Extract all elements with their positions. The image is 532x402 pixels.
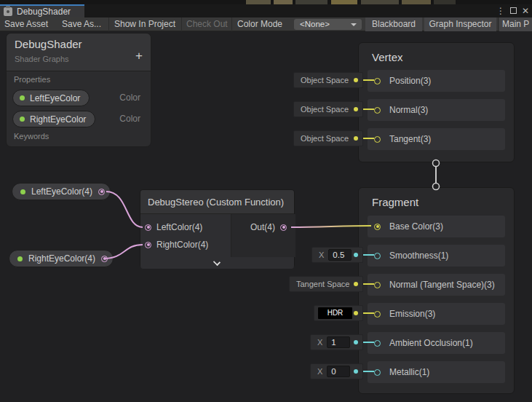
color-mode-label: Color Mode — [237, 17, 282, 31]
property-color-dot-icon — [20, 95, 25, 100]
save-asset-button[interactable]: Save Asset — [4, 17, 48, 31]
normal-ts-input-port[interactable] — [374, 282, 381, 288]
debugstereo-inputs — [140, 214, 231, 257]
toolbar-divider — [498, 17, 499, 31]
check-out-button[interactable]: Check Out — [186, 17, 228, 31]
tab-title: DebugShader — [17, 7, 71, 17]
port-dot-icon — [354, 369, 358, 374]
tangent-input-port[interactable] — [374, 136, 381, 143]
emission-color-widget[interactable]: HDR — [314, 305, 363, 321]
vertex-slot-position[interactable]: Position(3) — [368, 70, 505, 92]
fragment-top-stub[interactable] — [433, 184, 440, 190]
smoothness-value-field[interactable]: 0.5 — [328, 249, 352, 261]
properties-section-label: Properties — [14, 75, 50, 84]
vertex-slot-tangent[interactable]: Tangent(3) — [368, 128, 505, 150]
vertex-node-title: Vertex — [372, 51, 403, 63]
out-output-port[interactable] — [280, 224, 287, 231]
fragment-node-title: Fragment — [372, 196, 418, 208]
fragment-slot-metallic[interactable]: Metallic(1) — [368, 361, 505, 383]
toolbar: Save Asset Save As... Show In Project Ch… — [0, 17, 532, 31]
color-mode-value: <None> — [300, 20, 330, 28]
smoothness-value-widget[interactable]: X 0.5 — [311, 247, 363, 263]
port-dot-icon — [354, 340, 358, 344]
main-preview-toggle-button[interactable]: Main P — [499, 17, 532, 31]
debugstereo-collapse-bar[interactable] — [140, 257, 294, 269]
port-dot-icon — [354, 253, 358, 257]
fragment-slot-normal[interactable]: Normal (Tangent Space)(3) — [368, 274, 505, 296]
normal-space-dropdown-fragment[interactable]: Tangent Space — [289, 276, 363, 292]
fragment-slot-smoothness[interactable]: Smoothness(1) — [368, 245, 505, 267]
metallic-value-field[interactable]: 0 — [327, 366, 350, 377]
metallic-value-widget[interactable]: X 0 — [310, 363, 363, 379]
property-color-dot-icon — [17, 256, 23, 261]
lefteyecolor-output-port[interactable] — [98, 189, 105, 195]
base-color-input-port[interactable] — [374, 224, 381, 230]
property-color-dot-icon — [20, 189, 25, 194]
debugstereo-input-rightcolor[interactable]: RightColor(4) — [145, 240, 208, 250]
blackboard-header: DebugShader Shader Graphs + — [7, 34, 151, 71]
port-dot-icon — [354, 78, 358, 82]
emission-input-port[interactable] — [374, 311, 381, 318]
vertex-slot-normal[interactable]: Normal(3) — [368, 99, 505, 121]
port-dot-icon — [354, 282, 358, 286]
position-space-dropdown[interactable]: Object Space — [293, 72, 363, 88]
toolbar-divider — [181, 17, 182, 31]
keywords-section-label: Keywords — [14, 132, 49, 141]
property-pill-righteyecolor[interactable]: RightEyeColor — [12, 111, 95, 127]
wire-lefteyecolor-to-leftcolor[interactable] — [106, 192, 143, 227]
leftcolor-input-port[interactable] — [145, 224, 151, 231]
maximize-icon[interactable] — [510, 7, 517, 14]
vertex-bottom-stub[interactable] — [433, 160, 440, 167]
color-mode-dropdown[interactable]: <None> — [294, 19, 362, 30]
fragment-master-node[interactable]: Fragment Base Color(3) Smoothness(1) Nor… — [358, 187, 515, 394]
ambient-occlusion-value-field[interactable]: 1 — [327, 336, 350, 348]
dropdown-arrow-icon — [351, 23, 357, 26]
fragment-slot-ambient-occlusion[interactable]: Ambient Occlusion(1) — [368, 332, 505, 354]
property-type-label: Color — [119, 92, 140, 103]
chevron-down-icon — [213, 259, 220, 266]
toolbar-divider — [231, 17, 232, 31]
fragment-slot-emission[interactable]: Emission(3) — [368, 303, 505, 325]
hdr-color-swatch[interactable]: HDR — [318, 307, 352, 319]
lefteyecolor-property-node[interactable]: LeftEyeColor(4) — [12, 183, 111, 200]
ambient-occlusion-value-widget[interactable]: X 1 — [310, 334, 363, 350]
tangent-space-dropdown[interactable]: Object Space — [293, 130, 363, 146]
property-type-label: Color — [119, 114, 140, 124]
property-color-dot-icon — [20, 117, 25, 122]
normal-input-port[interactable] — [374, 107, 381, 114]
debugstereo-node-title: DebugStereo (Custom Function) — [140, 190, 294, 214]
debugstereo-input-leftcolor[interactable]: LeftColor(4) — [145, 222, 202, 232]
fragment-slot-base-color[interactable]: Base Color(3) — [368, 216, 505, 237]
close-icon[interactable]: ✕ — [522, 6, 529, 16]
blackboard-subtitle: Shader Graphs — [15, 55, 69, 63]
add-property-button[interactable]: + — [135, 50, 143, 62]
blackboard-title: DebugShader — [15, 38, 82, 50]
position-input-port[interactable] — [374, 78, 381, 84]
property-pill-lefteyecolor[interactable]: LeftEyeColor — [12, 90, 90, 106]
toolbar-divider — [108, 17, 109, 31]
tab-bar: DebugShader ⋮ ✕ — [0, 4, 532, 17]
ambient-occlusion-input-port[interactable] — [374, 340, 381, 347]
metallic-input-port[interactable] — [374, 369, 381, 376]
smoothness-input-port[interactable] — [374, 253, 381, 259]
save-as-button[interactable]: Save As... — [62, 17, 101, 31]
show-in-project-button[interactable]: Show In Project — [114, 17, 175, 31]
debugstereo-node[interactable]: DebugStereo (Custom Function) LeftColor(… — [140, 189, 295, 268]
tab-debugshader[interactable]: DebugShader — [0, 4, 84, 17]
blackboard-toggle-button[interactable]: Blackboard — [365, 17, 422, 31]
debugstereo-output-out[interactable]: Out(4) — [250, 222, 287, 232]
shader-graph-icon — [4, 7, 12, 16]
vertex-master-node[interactable]: Vertex Position(3) Normal(3) Tangent(3) — [358, 42, 515, 162]
rightcolor-input-port[interactable] — [145, 242, 151, 248]
graph-inspector-toggle-button[interactable]: Graph Inspector — [424, 17, 496, 31]
port-dot-icon — [354, 136, 358, 141]
debugstereo-outputs — [231, 214, 295, 257]
blackboard-panel[interactable]: DebugShader Shader Graphs + Properties L… — [6, 33, 151, 147]
righteyecolor-property-node[interactable]: RightEyeColor(4) — [9, 250, 114, 267]
normal-space-dropdown[interactable]: Object Space — [293, 101, 363, 117]
window-menu-icon[interactable]: ⋮ — [496, 6, 505, 16]
port-dot-icon — [354, 311, 358, 315]
port-dot-icon — [354, 107, 358, 111]
